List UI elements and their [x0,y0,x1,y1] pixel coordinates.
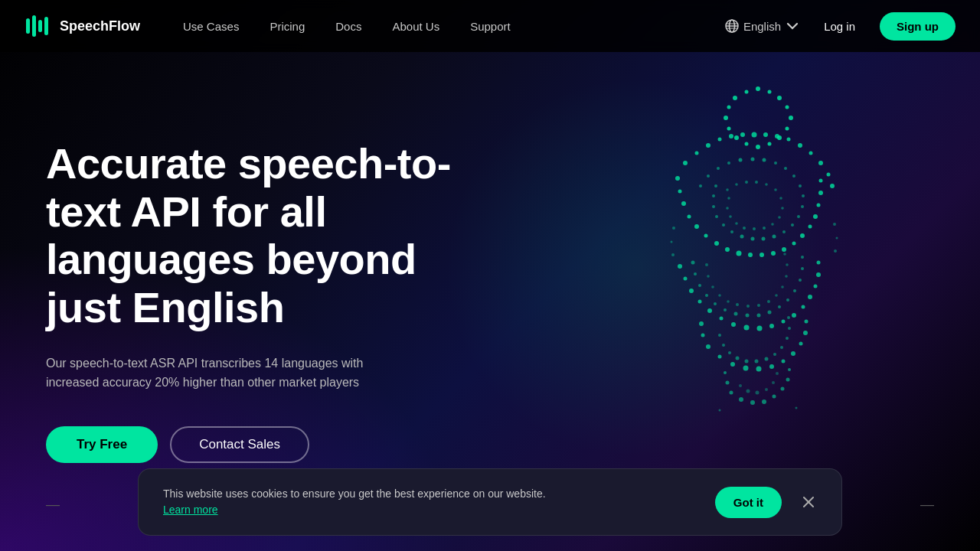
svg-point-165 [728,351,731,354]
svg-point-109 [731,322,736,327]
svg-point-122 [698,284,701,287]
svg-point-125 [724,308,727,311]
svg-point-14 [786,106,789,109]
brand-name: SpeechFlow [60,18,140,34]
svg-rect-1 [32,15,36,37]
svg-point-104 [684,277,688,281]
nav-docs[interactable]: Docs [323,14,374,39]
svg-point-175 [730,391,733,395]
svg-point-161 [701,334,705,337]
logo-icon [24,12,52,40]
svg-point-16 [786,127,789,131]
svg-point-156 [782,360,786,364]
svg-point-152 [730,362,735,367]
svg-point-99 [735,222,738,225]
svg-point-167 [745,360,749,364]
svg-point-189 [772,381,775,384]
svg-point-193 [671,253,675,256]
nav-support[interactable]: Support [458,14,523,39]
navbar: SpeechFlow Use Cases Pricing Docs About … [0,0,980,52]
svg-point-78 [751,237,755,241]
svg-point-52 [782,247,786,252]
login-button[interactable]: Log in [812,14,867,39]
hero-buttons: Try Free Contact Sales [46,426,475,463]
contact-sales-button[interactable]: Contact Sales [170,426,309,463]
svg-point-72 [801,205,804,208]
svg-point-31 [752,132,757,138]
svg-point-73 [797,215,800,218]
cookie-close-button[interactable] [800,491,817,514]
svg-point-197 [719,409,721,412]
svg-point-183 [726,381,730,385]
svg-point-74 [791,223,794,227]
svg-point-128 [757,314,761,318]
svg-point-112 [769,324,774,328]
svg-point-129 [768,311,772,315]
cookie-banner: This website uses cookies to ensure you … [138,468,842,536]
svg-point-168 [755,360,759,364]
language-selector[interactable]: English [725,19,799,33]
svg-point-134 [801,267,804,270]
svg-point-114 [792,313,796,318]
svg-point-44 [694,224,699,229]
svg-point-18 [768,142,772,146]
svg-point-42 [681,201,686,206]
svg-point-181 [786,378,790,382]
svg-point-95 [771,223,774,226]
nav-use-cases[interactable]: Use Cases [171,14,251,39]
svg-point-38 [827,173,831,177]
svg-point-115 [802,305,805,309]
svg-point-124 [714,302,717,305]
svg-point-101 [726,207,729,210]
svg-point-103 [678,264,682,269]
nav-pricing[interactable]: Pricing [257,14,317,39]
svg-point-53 [792,242,796,246]
hero-content: Accurate speech-to-text API for all lang… [0,88,475,463]
svg-point-37 [818,161,823,165]
globe-icon [725,19,739,33]
svg-point-121 [694,272,697,276]
svg-rect-3 [44,17,48,35]
hero-title: Accurate speech-to-text API for all lang… [46,140,475,332]
svg-point-50 [760,253,764,257]
svg-point-172 [786,337,789,340]
svg-point-133 [799,279,802,282]
signup-button[interactable]: Sign up [880,12,956,41]
svg-point-13 [777,96,782,100]
svg-point-119 [817,261,821,265]
svg-point-148 [786,263,789,266]
close-icon [803,497,814,507]
svg-point-32 [763,132,768,137]
got-it-button[interactable]: Got it [715,487,782,518]
svg-point-43 [688,215,691,219]
svg-point-184 [724,371,727,374]
svg-point-132 [793,289,796,292]
svg-point-85 [714,184,717,187]
svg-point-21 [734,135,739,140]
svg-point-108 [720,317,724,321]
nav-about-us[interactable]: About Us [380,14,452,39]
svg-rect-0 [26,18,30,34]
svg-point-191 [672,227,675,230]
logo[interactable]: SpeechFlow [24,12,140,40]
svg-point-79 [740,235,744,239]
svg-point-127 [746,314,750,318]
svg-point-171 [780,346,783,349]
svg-point-113 [782,320,786,324]
try-free-button[interactable]: Try Free [46,426,158,463]
svg-point-86 [726,188,729,191]
learn-more-link[interactable]: Learn more [163,504,218,516]
svg-point-11 [756,86,760,91]
svg-point-76 [773,235,776,239]
svg-point-111 [757,326,763,331]
svg-point-186 [746,390,750,393]
svg-point-26 [695,152,699,155]
svg-point-100 [729,215,732,218]
svg-point-169 [765,357,769,361]
svg-point-142 [746,305,750,308]
svg-point-123 [705,294,708,297]
svg-point-158 [799,342,803,346]
svg-point-46 [714,241,719,246]
svg-point-157 [791,351,795,356]
svg-point-75 [782,230,786,233]
